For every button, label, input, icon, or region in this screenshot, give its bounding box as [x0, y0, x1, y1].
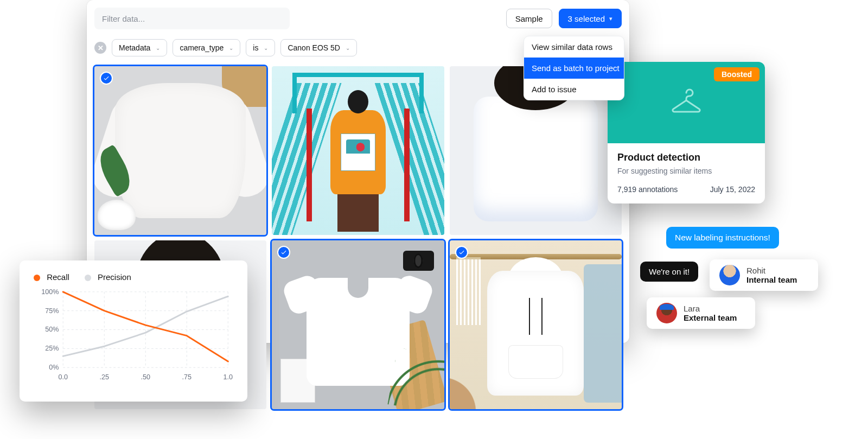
metrics-chart-card: Recall Precision 0%25%50%75%100%0.0.25.5… [20, 260, 247, 402]
legend-recall: Recall [34, 272, 69, 282]
chevron-down-icon: ⌄ [156, 45, 160, 51]
legend-dot-icon [34, 275, 40, 281]
chart-legend: Recall Precision [34, 272, 233, 282]
sample-button[interactable]: Sample [506, 9, 552, 28]
person-card-internal[interactable]: Rohit Internal team [710, 259, 818, 291]
svg-text:.75: .75 [182, 373, 192, 381]
chevron-down-icon: ⌄ [264, 45, 268, 51]
selected-check-icon [455, 246, 468, 259]
dataset-subtitle: For suggesting similar items [617, 167, 755, 175]
svg-text:50%: 50% [45, 326, 59, 333]
dataset-title: Product detection [617, 152, 755, 163]
chip-value[interactable]: Canon EOS 5D ⌄ [280, 39, 357, 56]
chip-value-label: Canon EOS 5D [288, 43, 340, 52]
boosted-badge: Boosted [714, 67, 760, 81]
svg-text:.25: .25 [100, 373, 110, 381]
grid-tile[interactable] [450, 240, 622, 409]
person-name: Lara [684, 304, 737, 313]
dataset-hero: Boosted [608, 62, 765, 143]
grid-tile[interactable] [94, 66, 266, 235]
menu-view-similar[interactable]: View similar data rows [524, 36, 624, 58]
svg-text:.50: .50 [141, 373, 151, 381]
person-role: External team [684, 313, 737, 322]
grid-tile[interactable] [272, 66, 444, 235]
menu-send-batch[interactable]: Send as batch to project [524, 58, 624, 79]
person-card-external[interactable]: Lara External team [647, 297, 755, 329]
chat-reply-bubble: We're on it! [640, 262, 698, 282]
chevron-down-icon: ⌄ [229, 45, 233, 51]
selection-count-label: 3 selected [568, 14, 605, 23]
legend-dot-icon [85, 275, 91, 281]
chip-metadata[interactable]: Metadata ⌄ [112, 39, 167, 56]
svg-text:0%: 0% [49, 364, 59, 371]
chip-field[interactable]: camera_type ⌄ [173, 39, 240, 56]
svg-text:75%: 75% [45, 307, 59, 315]
hanger-icon [669, 85, 704, 120]
svg-text:25%: 25% [45, 345, 59, 352]
dataset-annotation-count: 7,919 annotations [617, 185, 678, 194]
person-name: Rohit [746, 266, 797, 275]
dataset-card[interactable]: Boosted Product detection For suggesting… [608, 62, 765, 203]
menu-add-issue[interactable]: Add to issue [524, 79, 624, 100]
avatar [719, 265, 740, 285]
legend-precision: Precision [85, 272, 131, 282]
chip-operator-label: is [253, 43, 258, 52]
filter-input[interactable] [94, 8, 290, 29]
selection-actions-menu: View similar data rows Send as batch to … [524, 36, 624, 100]
collab-chat: New labeling instructions! We're on it! … [640, 227, 825, 282]
selected-check-icon [100, 72, 113, 85]
svg-text:100%: 100% [41, 288, 59, 296]
dataset-meta: 7,919 annotations July 15, 2022 [617, 185, 755, 194]
chevron-down-icon: ⌄ [346, 45, 350, 51]
chip-metadata-label: Metadata [119, 43, 150, 52]
chip-field-label: camera_type [180, 43, 224, 52]
person-role: Internal team [746, 275, 797, 284]
grid-tile[interactable] [272, 240, 444, 409]
metrics-chart: 0%25%50%75%100%0.0.25.50.751.0 [34, 287, 233, 390]
chip-operator[interactable]: is ⌄ [246, 39, 275, 56]
clear-filters-icon[interactable]: ✕ [94, 42, 106, 54]
toolbar: Sample 3 selected ▾ [94, 8, 622, 29]
dataset-date: July 15, 2022 [710, 185, 755, 194]
chevron-down-icon: ▾ [609, 15, 612, 22]
svg-text:0.0: 0.0 [58, 373, 68, 381]
selection-dropdown-button[interactable]: 3 selected ▾ [559, 9, 622, 28]
sample-button-label: Sample [515, 14, 543, 23]
avatar [656, 303, 677, 323]
chat-instructions-bubble: New labeling instructions! [666, 227, 779, 249]
svg-text:1.0: 1.0 [224, 373, 233, 381]
